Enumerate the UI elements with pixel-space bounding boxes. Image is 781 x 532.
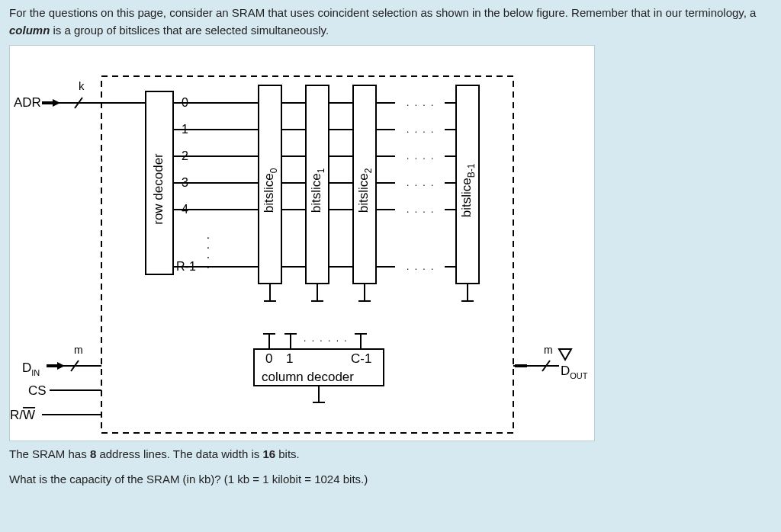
- col-dots: . . . . . .: [304, 333, 349, 344]
- tristate-buffer-icon: [559, 349, 571, 360]
- param-addr-lines: 8: [90, 447, 96, 460]
- dout-label: DOUT: [561, 364, 588, 380]
- svg-text:. . . .: . . . .: [407, 98, 435, 108]
- cs-label: CS: [28, 383, 47, 398]
- svg-text:. . . .: . . . .: [407, 151, 435, 162]
- din-bits-label: m: [74, 344, 83, 356]
- svg-text:. . . .: . . . .: [407, 261, 435, 272]
- intro-text-2: is a group of bitslices that are selecte…: [50, 24, 329, 37]
- col-in-0: 0: [265, 351, 272, 366]
- rw-label: R/W: [10, 408, 35, 422]
- adr-label: ADR: [14, 95, 41, 110]
- row-out-dots: . . . .: [205, 236, 218, 271]
- svg-marker-3: [53, 99, 60, 107]
- question-text: What is the capacity of the SRAM (in kb)…: [9, 471, 772, 489]
- intro-paragraph: For the questions on this page, consider…: [9, 5, 772, 39]
- col-in-cm1: C-1: [351, 351, 371, 366]
- row-decoder-label: row decoder: [151, 153, 166, 225]
- svg-text:. . . .: . . . .: [407, 178, 435, 188]
- sram-svg: k ADR row decoder 0 1 2 3: [10, 46, 596, 442]
- column-decoder-label: column decoder: [262, 370, 354, 384]
- param-prefix: The SRAM has: [9, 447, 90, 460]
- sram-diagram: k ADR row decoder 0 1 2 3: [9, 45, 595, 441]
- dout-bits-label: m: [544, 344, 553, 356]
- param-suffix: bits.: [275, 447, 300, 460]
- intro-text-1: For the questions on this page, consider…: [9, 6, 756, 19]
- adr-bits-label: k: [79, 79, 85, 92]
- din-label: DIN: [22, 361, 40, 377]
- param-mid: address lines. The data width is: [96, 447, 262, 460]
- col-in-1: 1: [286, 351, 293, 366]
- svg-text:. . . .: . . . .: [407, 204, 435, 215]
- svg-text:. . . .: . . . .: [407, 124, 435, 135]
- intro-column-term: column: [9, 24, 50, 37]
- param-data-width: 16: [262, 447, 275, 460]
- parameters-line: The SRAM has 8 address lines. The data w…: [9, 446, 772, 463]
- svg-marker-54: [57, 362, 65, 370]
